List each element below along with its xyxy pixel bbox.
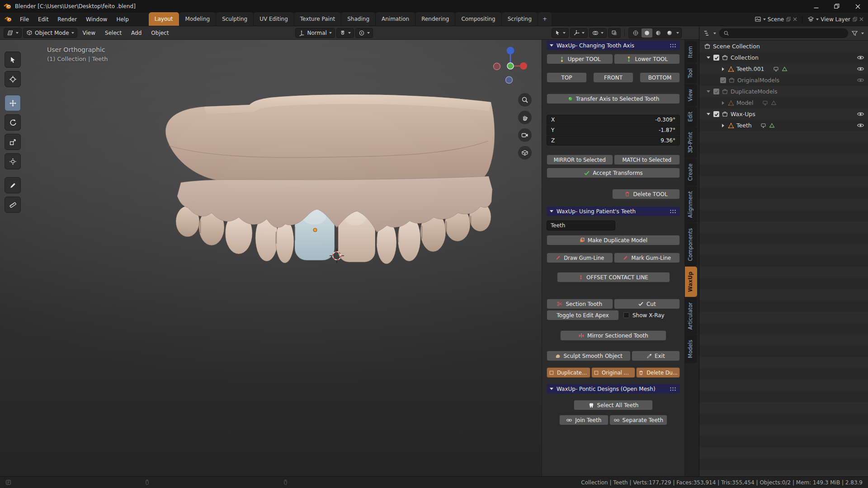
navigation-gizmo[interactable] — [492, 45, 529, 85]
tab-3d-print[interactable]: 3D-Print — [685, 127, 697, 158]
outliner-row-teeth[interactable]: Teeth — [699, 120, 868, 131]
make-duplicate-model-button[interactable]: Make Duplicate Model — [547, 235, 680, 245]
tool-select-box[interactable] — [5, 52, 21, 68]
tab-alignment[interactable]: Alignment — [685, 186, 697, 223]
new-view-layer-icon[interactable] — [852, 17, 858, 22]
workspace-tab-compositing[interactable]: Compositing — [455, 12, 501, 26]
pan-button[interactable] — [518, 111, 532, 124]
transfer-axis-button[interactable]: Transfer Axis to Selected Tooth — [547, 94, 680, 104]
panel-header-pontic[interactable]: WaxUp- Pontic Designs (Open Mesh) — [547, 384, 680, 394]
proportional-editing-button[interactable] — [355, 28, 373, 38]
workspace-tab-sculpting[interactable]: Sculpting — [216, 12, 254, 26]
mirror-to-selected-button[interactable]: MIRROR to Selected — [547, 155, 613, 165]
add-workspace-button[interactable]: + — [538, 12, 552, 26]
workspace-tab-animation[interactable]: Animation — [376, 12, 415, 26]
disclosure-open-icon[interactable] — [706, 113, 711, 115]
shading-wireframe-button[interactable] — [630, 28, 641, 38]
duplicate-button[interactable]: Duplicate ... — [547, 367, 590, 378]
mark-gum-line-button[interactable]: Mark Gum-Line — [614, 253, 680, 263]
menu-help[interactable]: Help — [112, 13, 133, 26]
shading-rendered-button[interactable] — [664, 28, 675, 38]
offset-contact-line-button[interactable]: OFFSET CONTACT LINE — [557, 272, 670, 282]
show-xray-checkbox[interactable] — [623, 312, 629, 318]
new-scene-icon[interactable] — [786, 17, 791, 22]
draw-gum-line-button[interactable]: Draw Gum-Line — [547, 253, 613, 263]
eye-icon[interactable] — [857, 76, 864, 84]
remove-view-layer-icon[interactable] — [859, 17, 863, 21]
blender-menu-button[interactable] — [0, 16, 15, 22]
outliner-search-input[interactable] — [719, 28, 848, 38]
tab-models[interactable]: Models — [685, 335, 697, 363]
view-layer-selector[interactable]: View Layer — [807, 16, 863, 23]
filter-funnel-icon[interactable] — [851, 30, 858, 37]
delete-duplicate-button[interactable]: Delete Du... — [636, 367, 680, 378]
collection-checkbox[interactable] — [720, 77, 726, 83]
tab-waxup[interactable]: WaxUp — [685, 267, 697, 297]
outliner-row-original-models[interactable]: OriginalModels — [699, 75, 868, 86]
tool-rotate[interactable] — [5, 114, 21, 131]
join-teeth-button[interactable]: Join Teeth — [559, 415, 609, 425]
tab-components[interactable]: Components — [685, 223, 697, 266]
tab-tool[interactable]: Tool — [685, 63, 697, 83]
outliner-row-collection[interactable]: Collection — [699, 52, 868, 63]
exit-button[interactable]: Exit — [632, 351, 680, 361]
zoom-button[interactable] — [518, 93, 532, 107]
menu-edit[interactable]: Edit — [33, 13, 53, 26]
tab-item[interactable]: Item — [685, 41, 697, 63]
outliner-editor-icon[interactable] — [703, 30, 710, 37]
workspace-tab-rendering[interactable]: Rendering — [415, 12, 455, 26]
rotation-y-slider[interactable]: Y -1.87° — [547, 125, 680, 135]
drag-grip-icon[interactable] — [670, 43, 677, 48]
eye-icon[interactable] — [857, 54, 864, 61]
workspace-tab-uv-editing[interactable]: UV Editing — [254, 12, 294, 26]
menu-file[interactable]: File — [15, 13, 33, 26]
original-model-button[interactable]: Original M... — [591, 367, 635, 378]
teeth-name-input[interactable]: Teeth — [547, 221, 615, 230]
disclosure-open-icon[interactable] — [706, 56, 711, 59]
drag-grip-icon[interactable] — [670, 387, 677, 391]
panel-header-patient[interactable]: WaxUp- Using Patient's Teeth — [547, 206, 680, 216]
eye-icon[interactable] — [857, 122, 864, 129]
maximize-button[interactable] — [826, 0, 847, 13]
menu-render[interactable]: Render — [53, 13, 81, 26]
outliner-row-model[interactable]: Model — [699, 97, 868, 108]
disclosure-closed-icon[interactable] — [720, 101, 726, 105]
eye-icon[interactable] — [857, 110, 864, 118]
separate-teeth-button[interactable]: Separate Teeth — [609, 415, 667, 425]
workspace-tab-texture-paint[interactable]: Texture Paint — [294, 12, 341, 26]
front-button[interactable]: FRONT — [593, 72, 633, 83]
menu-window[interactable]: Window — [81, 13, 112, 26]
shading-material-button[interactable] — [653, 28, 664, 38]
collection-checkbox[interactable] — [713, 111, 719, 117]
tab-articulator[interactable]: Articulator — [685, 297, 697, 334]
gizmo-dropdown[interactable] — [570, 28, 588, 38]
close-button[interactable] — [847, 0, 868, 13]
mode-dropdown[interactable]: Object Mode — [23, 28, 77, 38]
select-visibility-dropdown[interactable] — [552, 28, 569, 38]
workspace-tab-scripting[interactable]: Scripting — [502, 12, 538, 26]
workspace-tab-shading[interactable]: Shading — [341, 12, 376, 26]
disclosure-open-icon[interactable] — [706, 90, 711, 93]
unlink-scene-icon[interactable] — [793, 17, 797, 21]
workspace-tab-layout[interactable]: Layout — [149, 12, 179, 26]
cut-button[interactable]: Cut — [614, 299, 680, 309]
upper-tool-button[interactable]: Upper TOOL — [547, 54, 613, 64]
outliner-row-teeth-001[interactable]: Teeth.001 — [699, 63, 868, 75]
perspective-toggle-button[interactable] — [518, 146, 532, 160]
view-menu[interactable]: View — [79, 30, 99, 36]
tool-annotate[interactable] — [5, 177, 21, 193]
tab-view[interactable]: View — [685, 84, 697, 106]
drag-grip-icon[interactable] — [670, 209, 677, 214]
shading-solid-button[interactable] — [642, 28, 652, 38]
bottom-button[interactable]: BOTTOM — [640, 72, 680, 83]
rotation-z-slider[interactable]: Z 9.36° — [547, 136, 680, 145]
outliner-row-duplicate-models[interactable]: DuplicateModels — [699, 86, 868, 97]
snap-button[interactable] — [336, 28, 354, 38]
tool-move[interactable] — [5, 95, 21, 111]
delete-tool-button[interactable]: Delete TOOL — [612, 189, 680, 199]
scene-selector[interactable]: Scene — [755, 16, 797, 23]
disclosure-closed-icon[interactable] — [720, 67, 726, 71]
workspace-tab-modeling[interactable]: Modeling — [179, 12, 217, 26]
select-all-teeth-button[interactable]: Select All Teeth — [574, 400, 653, 410]
collection-checkbox[interactable] — [713, 89, 719, 94]
